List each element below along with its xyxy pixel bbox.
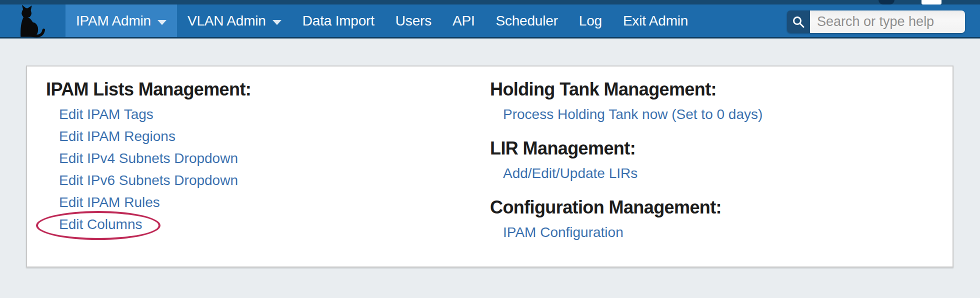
configuration-links: IPAM Configuration xyxy=(490,222,952,244)
nav-item-label: Data Import xyxy=(302,13,374,29)
list-item: IPAM Configuration xyxy=(503,222,952,244)
lir-links: Add/Edit/Update LIRs xyxy=(490,164,952,186)
nav-item-label: Exit Admin xyxy=(623,13,688,29)
nav-item-exit-admin[interactable]: Exit Admin xyxy=(612,4,698,37)
list-item: Edit IPv6 Subnets Dropdown xyxy=(59,170,490,192)
chrome-notch xyxy=(878,0,894,4)
nav-menu: IPAM Admin VLAN Admin Data Import Users … xyxy=(66,4,698,37)
section-heading-ipam-lists: IPAM Lists Management: xyxy=(46,80,490,100)
search-icon[interactable] xyxy=(787,10,810,33)
configuration-management-section: Configuration Management: IPAM Configura… xyxy=(490,198,952,244)
nav-item-vlan-admin[interactable]: VLAN Admin xyxy=(177,4,292,37)
nav-item-data-import[interactable]: Data Import xyxy=(292,4,385,37)
ipam-lists-links: Edit IPAM Tags Edit IPAM Regions Edit IP… xyxy=(46,104,490,236)
admin-panel: IPAM Lists Management: Edit IPAM Tags Ed… xyxy=(26,66,954,268)
ipam-lists-management-section: IPAM Lists Management: Edit IPAM Tags Ed… xyxy=(46,80,490,266)
nav-item-label: API xyxy=(452,13,475,29)
link-edit-ipv6-subnets-dropdown[interactable]: Edit IPv6 Subnets Dropdown xyxy=(59,172,238,188)
nav-item-ipam-admin[interactable]: IPAM Admin xyxy=(66,4,177,37)
search-box xyxy=(787,10,965,33)
list-item: Edit IPv4 Subnets Dropdown xyxy=(59,148,490,170)
section-heading-configuration: Configuration Management: xyxy=(490,198,952,218)
section-heading-lir: LIR Management: xyxy=(490,138,952,158)
chevron-down-icon xyxy=(272,20,282,25)
list-item: Add/Edit/Update LIRs xyxy=(503,164,952,186)
top-navigation: IPAM Admin VLAN Admin Data Import Users … xyxy=(0,0,980,38)
chrome-white-fragment xyxy=(922,0,942,4)
link-edit-ipam-tags[interactable]: Edit IPAM Tags xyxy=(59,106,154,122)
nav-item-api[interactable]: API xyxy=(442,4,486,37)
list-item: Edit IPAM Regions xyxy=(59,126,490,148)
nav-item-label: Users xyxy=(396,13,432,29)
link-edit-ipam-rules[interactable]: Edit IPAM Rules xyxy=(59,194,160,210)
list-item: Edit IPAM Tags xyxy=(59,104,490,126)
nav-item-label: VLAN Admin xyxy=(188,13,266,29)
link-edit-columns[interactable]: Edit Columns xyxy=(59,216,142,232)
list-item: Edit IPAM Rules xyxy=(59,192,490,214)
link-edit-ipam-regions[interactable]: Edit IPAM Regions xyxy=(59,128,176,144)
link-ipam-configuration[interactable]: IPAM Configuration xyxy=(503,224,624,240)
browser-chrome-strip xyxy=(0,0,980,4)
holding-tank-links: Process Holding Tank now (Set to 0 days) xyxy=(490,104,952,126)
nav-item-label: Log xyxy=(579,13,602,29)
right-column: Holding Tank Management: Process Holding… xyxy=(490,80,952,266)
lir-management-section: LIR Management: Add/Edit/Update LIRs xyxy=(490,138,952,186)
section-heading-holding-tank: Holding Tank Management: xyxy=(490,80,952,100)
list-item: Process Holding Tank now (Set to 0 days) xyxy=(503,104,952,126)
nav-item-log[interactable]: Log xyxy=(568,4,612,37)
cat-logo-icon xyxy=(16,4,46,38)
annotated-link-wrapper: Edit Columns xyxy=(59,214,142,236)
search-input[interactable] xyxy=(810,10,965,33)
navbar: IPAM Admin VLAN Admin Data Import Users … xyxy=(0,4,980,38)
nav-item-label: Scheduler xyxy=(496,13,558,29)
nav-item-scheduler[interactable]: Scheduler xyxy=(485,4,568,37)
list-item: Edit Columns xyxy=(59,214,490,236)
chevron-down-icon xyxy=(158,20,166,25)
nav-item-label: IPAM Admin xyxy=(76,13,151,29)
link-add-edit-update-lirs[interactable]: Add/Edit/Update LIRs xyxy=(503,166,638,181)
brand-logo[interactable] xyxy=(0,4,66,37)
holding-tank-management-section: Holding Tank Management: Process Holding… xyxy=(490,80,952,126)
link-process-holding-tank[interactable]: Process Holding Tank now (Set to 0 days) xyxy=(503,106,762,122)
link-edit-ipv4-subnets-dropdown[interactable]: Edit IPv4 Subnets Dropdown xyxy=(59,150,238,166)
nav-item-users[interactable]: Users xyxy=(385,4,442,37)
